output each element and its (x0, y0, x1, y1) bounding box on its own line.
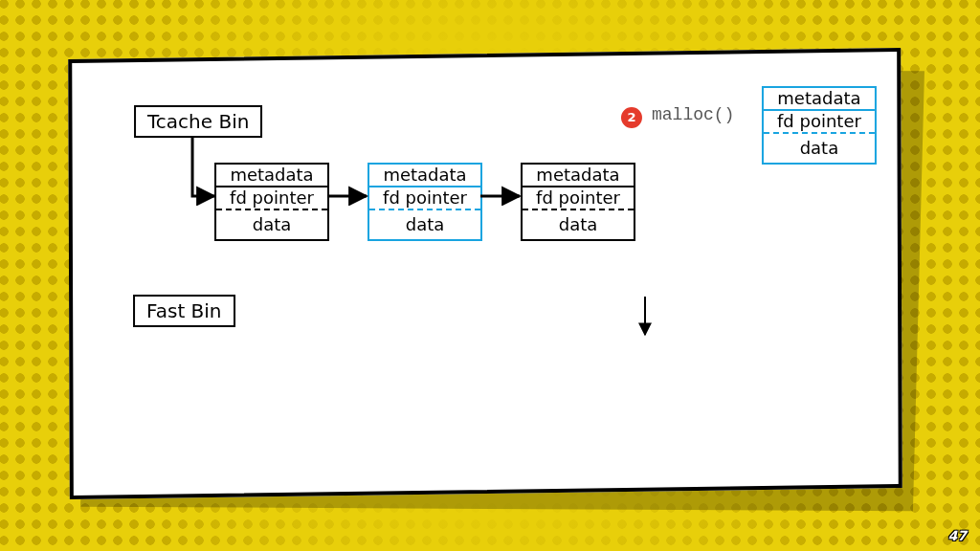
tcache-chunk-2: metadata fd pointer data (521, 163, 635, 241)
chunk-fd: fd pointer (216, 187, 327, 210)
panel-content: Tcache Bin Fast Bin 2 malloc() metadata … (73, 57, 898, 490)
chunk-fd: fd pointer (764, 111, 875, 134)
chunk-metadata: metadata (523, 165, 634, 187)
chunk-fd: fd pointer (523, 187, 634, 210)
chunk-fd: fd pointer (369, 187, 480, 210)
slide-stage: Tcache Bin Fast Bin 2 malloc() metadata … (0, 0, 980, 551)
chunk-data: data (523, 210, 634, 239)
malloc-call-text: malloc() (652, 105, 734, 124)
chunk-data: data (216, 210, 327, 239)
chunk-metadata: metadata (369, 165, 480, 187)
step-badge: 2 (621, 107, 642, 128)
tcache-bin-label: Tcache Bin (134, 105, 262, 138)
comic-panel: Tcache Bin Fast Bin 2 malloc() metadata … (68, 48, 902, 499)
allocated-chunk: metadata fd pointer data (762, 86, 877, 165)
chunk-metadata: metadata (216, 165, 327, 187)
chunk-metadata: metadata (764, 88, 875, 111)
page-number: 47 (948, 528, 967, 543)
arrow-tcache-to-chunk0 (192, 136, 214, 196)
fast-bin-label: Fast Bin (133, 295, 234, 327)
chunk-data: data (369, 210, 480, 239)
tcache-chunk-0: metadata fd pointer data (214, 163, 329, 241)
chunk-data: data (764, 134, 875, 163)
tcache-chunk-1: metadata fd pointer data (368, 163, 482, 241)
